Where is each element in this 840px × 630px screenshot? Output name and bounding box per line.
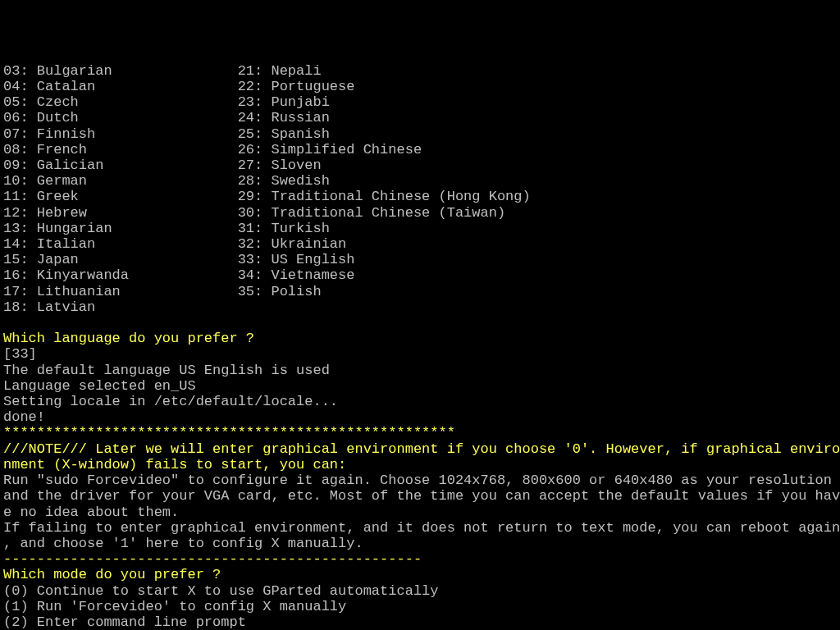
msg-selected: Language selected en_US	[3, 378, 837, 394]
instruction-line: e no idea about them.	[3, 504, 837, 520]
msg-done: done!	[3, 409, 837, 425]
mode-option: (2) Enter command line prompt	[3, 614, 837, 630]
instruction-line: , and choose '1' here to config X manual…	[3, 536, 837, 551]
terminal-screen[interactable]: 03: Bulgarian 21: Nepali04: Catalan 22: …	[0, 63, 840, 630]
mode-prompt: Which mode do you prefer ?	[3, 567, 837, 582]
separator-dashes: ----------------------------------------…	[3, 551, 837, 567]
language-row: 12: Hebrew 30: Traditional Chinese (Taiw…	[3, 205, 837, 221]
language-prompt: Which language do you prefer ?	[3, 331, 837, 346]
language-row: 10: German 28: Swedish	[3, 173, 837, 189]
separator-stars: ****************************************…	[3, 425, 837, 441]
language-row: 16: Kinyarwanda 34: Vietnamese	[3, 267, 837, 283]
mode-option: (1) Run 'Forcevideo' to config X manuall…	[3, 599, 837, 614]
language-row: 05: Czech 23: Punjabi	[3, 94, 837, 110]
instruction-line: If failing to enter graphical environmen…	[3, 520, 837, 536]
language-row: 15: Japan 33: US English	[3, 252, 837, 267]
note-line: ///NOTE/// Later we will enter graphical…	[3, 441, 837, 457]
language-row: 13: Hungarian 31: Turkish	[3, 221, 837, 236]
language-row: 17: Lithuanian 35: Polish	[3, 284, 837, 299]
instruction-line: Run "sudo Forcevideo" to configure it ag…	[3, 472, 837, 488]
msg-setting: Setting locale in /etc/default/locale...	[3, 394, 837, 409]
language-row: 03: Bulgarian 21: Nepali	[3, 63, 837, 79]
language-row: 18: Latvian	[3, 299, 837, 315]
language-row: 08: French 26: Simplified Chinese	[3, 142, 837, 158]
language-row: 07: Finnish 25: Spanish	[3, 126, 837, 142]
instruction-line: and the driver for your VGA card, etc. M…	[3, 488, 837, 504]
language-row: 04: Catalan 22: Portuguese	[3, 79, 837, 94]
note-line: nment (X-window) fails to start, you can…	[3, 457, 837, 472]
language-row: 14: Italian 32: Ukrainian	[3, 236, 837, 252]
language-row: 06: Dutch 24: Russian	[3, 110, 837, 126]
mode-option: (0) Continue to start X to use GParted a…	[3, 583, 837, 599]
language-row: 09: Galician 27: Sloven	[3, 158, 837, 173]
msg-default: The default language US English is used	[3, 363, 837, 378]
language-input: [33]	[3, 346, 837, 362]
language-row: 11: Greek 29: Traditional Chinese (Hong …	[3, 189, 837, 204]
